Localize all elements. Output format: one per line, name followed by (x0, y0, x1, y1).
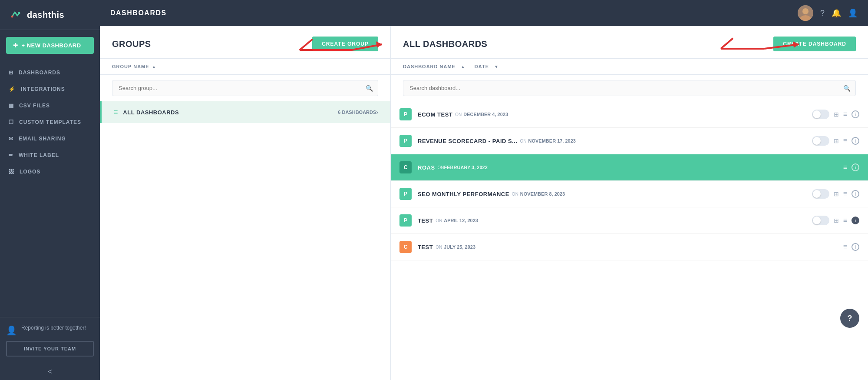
dashboard-name-ecom-test: ECOM TEST (418, 111, 452, 118)
main-content: DASHBOARDS ? 🔔 👤 (100, 0, 868, 380)
help-bubble-icon: ? (848, 314, 852, 323)
dashboard-item-roas[interactable]: C ROAS ON FEBRUARY 3, 2022 ≡ i (391, 154, 868, 181)
all-dashboards-title: ALL DASHBOARDS (403, 39, 487, 49)
dashboard-name-seo: SEO MONTHLY PERFORMANCE (418, 191, 509, 197)
logo-icon (9, 8, 23, 22)
svg-point-3 (802, 8, 809, 14)
help-bubble[interactable]: ? (840, 309, 859, 328)
envelope-icon: ✉ (9, 136, 13, 142)
dashboard-item-test-1[interactable]: P TEST ON APRIL 12, 2023 ⊞ ≡ i (391, 207, 868, 234)
sidebar-header: dashthis (0, 0, 100, 30)
sidebar-item-label: CUSTOM TEMPLATES (19, 119, 81, 125)
dashboard-search-icon[interactable]: 🔍 (843, 85, 851, 92)
dashboard-name-roas: ROAS (418, 164, 435, 171)
user-icon[interactable]: 👤 (848, 8, 858, 18)
dashboard-toggle-revenue[interactable] (812, 136, 829, 146)
dashboards-column-header: DASHBOARD NAME ▲ DATE ▼ (391, 59, 868, 75)
sidebar-item-white-label[interactable]: ✏ WHITE LABEL (0, 147, 100, 163)
dashboard-item-ecom-test[interactable]: P ECOM TEST ON DECEMBER 4, 2023 ⊞ ≡ i (391, 101, 868, 128)
dashboard-item-revenue-scorecard[interactable]: P REVENUE SCORECARD - PAID S... ON NOVEM… (391, 128, 868, 154)
sidebar-item-label: CSV FILES (19, 103, 50, 109)
sidebar-item-custom-templates[interactable]: ❐ CUSTOM TEMPLATES (0, 114, 100, 130)
dashboard-toggle-ecom-test[interactable] (812, 110, 829, 119)
sidebar-item-label: EMAIL SHARING (19, 136, 66, 142)
help-icon[interactable]: ? (820, 9, 825, 18)
dashboard-info-icon-seo[interactable]: i (851, 190, 859, 198)
dashboard-grid-icon-ecom-test[interactable]: ⊞ (834, 111, 839, 118)
sidebar-item-label: LOGOS (20, 169, 40, 175)
dashboard-menu-icon-test1[interactable]: ≡ (843, 217, 847, 224)
dashboard-actions-roas: ≡ i (843, 163, 859, 171)
dashboard-search-input[interactable] (403, 80, 856, 96)
dashboard-actions-test2: ≡ i (843, 243, 859, 251)
new-dashboard-label: + NEW DASHBOARD (22, 42, 81, 49)
dashboard-menu-icon-ecom-test[interactable]: ≡ (843, 110, 847, 118)
date-col-label: DATE (475, 64, 489, 69)
dashboard-info-icon-ecom-test[interactable]: i (851, 110, 859, 118)
dashboard-name-test2: TEST (418, 244, 433, 250)
dashboard-menu-icon-revenue[interactable]: ≡ (843, 137, 847, 145)
dashboard-toggle-seo[interactable] (812, 189, 829, 199)
new-dashboard-button[interactable]: ✚ + NEW DASHBOARD (6, 37, 94, 54)
search-icon[interactable]: 🔍 (366, 85, 373, 92)
dashboard-badge-revenue: P (399, 135, 412, 147)
dashboard-badge-test2: C (399, 241, 412, 253)
sidebar: dashthis ✚ + NEW DASHBOARD ⊞ DASHBOARDS … (0, 0, 100, 380)
dashboard-search-container: 🔍 (403, 80, 856, 96)
dashboard-grid-icon-test1[interactable]: ⊞ (834, 217, 839, 224)
panels-wrapper: GROUPS CREATE GROUP GROUP NAME ▲ 🔍 ≡ ALL… (100, 26, 868, 380)
dashboard-info-icon-test1[interactable]: i (851, 217, 859, 224)
dashboards-list: P ECOM TEST ON DECEMBER 4, 2023 ⊞ ≡ i (391, 101, 868, 380)
dashboard-badge-test1: P (399, 214, 412, 227)
dashboard-menu-icon-test2[interactable]: ≡ (843, 243, 847, 251)
dashboard-actions-test1: ⊞ ≡ i (812, 216, 859, 225)
sidebar-collapse-button[interactable]: < (0, 363, 100, 380)
dashboard-date-ecom-test: DECEMBER 4, 2023 (463, 112, 508, 117)
sidebar-footer: 👤 Reporting is better together! INVITE Y… (0, 317, 100, 363)
sidebar-item-dashboards[interactable]: ⊞ DASHBOARDS (0, 64, 100, 81)
groups-panel: GROUPS CREATE GROUP GROUP NAME ▲ 🔍 ≡ ALL… (100, 26, 391, 380)
sidebar-item-integrations[interactable]: ⚡ INTEGRATIONS (0, 81, 100, 97)
dashboard-menu-icon-seo[interactable]: ≡ (843, 190, 847, 198)
sidebar-item-label: DASHBOARDS (19, 70, 60, 76)
dashboard-actions-seo: ⊞ ≡ i (812, 189, 859, 199)
dashboard-info-icon-roas[interactable]: i (851, 163, 859, 171)
create-dashboard-button[interactable]: CREATE DASHBOARD (773, 37, 856, 51)
plug-icon: ⚡ (9, 86, 16, 92)
dashboard-item-seo[interactable]: P SEO MONTHLY PERFORMANCE ON NOVEMBER 8,… (391, 181, 868, 207)
dashboard-name-col-label: DASHBOARD NAME (403, 64, 455, 69)
dashboard-actions-ecom-test: ⊞ ≡ i (812, 110, 859, 119)
sidebar-item-logos[interactable]: 🖼 LOGOS (0, 163, 100, 180)
tag-icon: ✏ (9, 152, 13, 158)
dashboard-info-test2: TEST ON JULY 25, 2023 (418, 244, 843, 250)
create-dashboard-label: CREATE DASHBOARD (783, 41, 846, 47)
dashboard-menu-icon-roas[interactable]: ≡ (843, 163, 847, 171)
reporting-text-container: 👤 Reporting is better together! (6, 324, 94, 337)
create-group-label: CREATE GROUP (322, 41, 369, 47)
date-sort-icon: ▼ (494, 64, 498, 69)
grid-icon: ⊞ (9, 70, 13, 76)
topbar: DASHBOARDS ? 🔔 👤 (100, 0, 868, 26)
sidebar-item-email-sharing[interactable]: ✉ EMAIL SHARING (0, 130, 100, 147)
dashboard-toggle-test1[interactable] (812, 216, 829, 225)
dashboard-item-test-2[interactable]: C TEST ON JULY 25, 2023 ≡ i (391, 234, 868, 260)
image-icon: 🖼 (9, 169, 14, 175)
invite-team-button[interactable]: INVITE YOUR TEAM (6, 341, 94, 357)
sidebar-item-csv-files[interactable]: ▦ CSV FILES (0, 97, 100, 114)
dashboard-grid-icon-revenue[interactable]: ⊞ (834, 137, 839, 144)
dashboard-grid-icon-seo[interactable]: ⊞ (834, 190, 839, 197)
chevron-left-icon: < (48, 368, 52, 375)
user-avatar[interactable] (798, 5, 813, 21)
notifications-icon[interactable]: 🔔 (832, 8, 841, 18)
group-item-all-dashboards[interactable]: ≡ ALL DASHBOARDS 6 DASHBOARDS › (100, 101, 390, 123)
app-name: dashthis (27, 10, 64, 20)
create-group-button[interactable]: CREATE GROUP (312, 37, 378, 51)
sidebar-item-label: INTEGRATIONS (21, 86, 65, 92)
group-name-col-label: GROUP NAME (112, 64, 149, 69)
group-search-input[interactable] (112, 80, 378, 96)
dashboard-name-sort-icon: ▲ (461, 64, 465, 69)
dashboard-info-seo: SEO MONTHLY PERFORMANCE ON NOVEMBER 8, 2… (418, 191, 812, 197)
dashboard-info-icon-test2[interactable]: i (851, 243, 859, 251)
dashboard-info-icon-revenue[interactable]: i (851, 137, 859, 145)
dashboard-info-revenue: REVENUE SCORECARD - PAID S... ON NOVEMBE… (418, 138, 812, 144)
